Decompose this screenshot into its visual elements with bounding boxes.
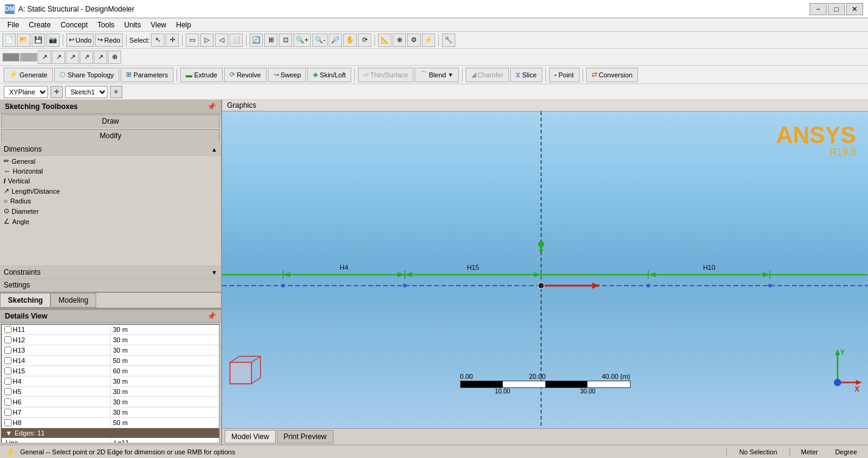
menu-item-units[interactable]: Units [119,19,145,30]
dim-length[interactable]: ↗ Length/Distance [0,186,221,196]
pan-button[interactable]: ✋ [343,33,357,47]
print-preview-tab[interactable]: Print Preview [277,430,334,443]
h14-checkbox[interactable] [4,357,12,364]
svg-marker-13 [405,272,412,277]
menu-item-concept[interactable]: Concept [55,19,93,30]
share-topology-button[interactable]: ⬡ Share Topology [54,68,119,82]
thin-surface-button[interactable]: ▱ Thin/Surface [358,68,413,82]
generate-button[interactable]: ⚡ Generate [4,68,53,82]
chamfer-button[interactable]: ◢ Chamfer [466,68,509,82]
plane-select[interactable]: XYPlane [4,86,48,98]
zoom-in-button[interactable]: 🔍+ [293,33,310,47]
tool4-button[interactable]: ⚡ [422,33,435,47]
h11-checkbox[interactable] [4,326,12,333]
sketch-select[interactable]: Sketch1 [65,86,108,98]
tool3-button[interactable]: ⚙ [407,33,421,47]
graphics-area: Graphics ANSYS R19.0 H4 [222,100,868,445]
modify-section[interactable]: Modify [1,129,220,143]
open-button[interactable]: 📂 [17,33,30,47]
conversion-button[interactable]: ⇄ Conversion [586,68,639,82]
menu-item-help[interactable]: Help [171,19,196,30]
sweep-button[interactable]: ↝ Sweep [268,68,307,82]
sketching-tab[interactable]: Sketching [0,293,51,308]
angle-icon: ∠ [4,217,10,225]
menu-item-tools[interactable]: Tools [93,19,119,30]
canvas[interactable]: ANSYS R19.0 H4 [222,111,868,428]
sketch-icon-button[interactable]: ≡ [110,86,122,98]
plane-icon-button[interactable]: ✛ [51,86,63,98]
dim-radius[interactable]: ○ Radius [0,196,221,206]
slice-button[interactable]: ⧖ Slice [510,68,542,82]
undo-button[interactable]: ↩Undo [66,33,94,47]
sketch-tool5[interactable]: ↗ [66,51,79,64]
ribbon-sep1 [177,68,177,82]
svg-point-24 [538,241,544,247]
tool2-button[interactable]: ⊕ [393,33,406,47]
new-button[interactable]: 📄 [2,33,16,47]
dimensions-scroll-up[interactable]: ▲ [211,146,217,153]
constraints-arrow[interactable]: ▼ [211,269,217,276]
zoom-fit-button[interactable]: ⊡ [279,33,292,47]
menu-item-file[interactable]: File [2,19,24,30]
tool1-button[interactable]: 📐 [378,33,391,47]
sketch-tool1[interactable] [2,53,19,62]
menu-item-view[interactable]: View [145,19,171,30]
extra-button[interactable]: 🔧 [442,33,455,47]
toolboxes-header: Sketching Toolboxes 📌 [0,100,221,114]
sketch-tool4[interactable]: ↗ [52,51,65,64]
minimize-button[interactable]: − [810,3,827,15]
modeling-tab[interactable]: Modeling [51,293,96,308]
screenshot-button[interactable]: 📷 [46,33,60,47]
zoom-out-button[interactable]: 🔍- [312,33,328,47]
sketch-tool8[interactable]: ⊕ [108,51,121,64]
grid-button[interactable]: ⊞ [264,33,278,47]
details-pin[interactable]: 📌 [207,312,216,320]
svg-line-41 [251,378,261,384]
h4-checkbox[interactable] [4,378,12,385]
contract-select-button[interactable]: ◁ [215,33,228,47]
save-button[interactable]: 💾 [32,33,45,47]
h7-checkbox[interactable] [4,409,12,416]
parameters-button[interactable]: ⊞ Parameters [121,68,173,82]
h5-checkbox[interactable] [4,388,12,395]
blend-button[interactable]: ⌒ Blend ▼ [415,68,458,82]
redo-button[interactable]: ↪Redo [95,33,122,47]
revolve-button[interactable]: ⟳ Revolve [224,68,267,82]
toolboxes-pin[interactable]: 📌 [207,102,216,111]
details-table[interactable]: H11 30 m H12 30 m H13 30 m H14 50 m H15 [1,324,220,443]
skin-loft-button[interactable]: ◈ Skin/Loft [307,68,351,82]
svg-point-29 [768,284,772,287]
h8-checkbox[interactable] [4,419,12,426]
extend-select-button[interactable]: ▷ [200,33,214,47]
close-button[interactable]: ✕ [846,3,863,15]
sketch-tool2[interactable] [20,53,37,62]
maximize-button[interactable]: □ [828,3,845,15]
sketch-tool7[interactable]: ↗ [94,51,107,64]
h6-checkbox[interactable] [4,398,12,406]
dim-diameter[interactable]: ⊙ Diameter [0,206,221,216]
draw-section[interactable]: Draw [1,114,220,128]
extrude-button[interactable]: ▬ Extrude [180,68,223,82]
h12-checkbox[interactable] [4,336,12,344]
svg-marker-7 [283,272,290,277]
sketch-tool6[interactable]: ↗ [80,51,93,64]
sketch-tool3[interactable]: ↗ [38,51,51,64]
select-arrow-button[interactable]: ↖ [151,33,164,47]
rect-button[interactable]: ⬜ [229,33,243,47]
box-select-button[interactable]: ▭ [186,33,199,47]
rotate-button[interactable]: ⟳ [358,33,371,47]
h15-checkbox[interactable] [4,367,12,375]
dim-horizontal[interactable]: ↔ Horizontal [0,166,221,176]
dim-general[interactable]: ✏ General [0,156,221,166]
menu-item-create[interactable]: Create [24,19,55,30]
point-button[interactable]: • Point [549,68,579,82]
refresh-button[interactable]: 🔄 [250,33,263,47]
titlebar: DM A: Static Structural - DesignModeler … [0,0,868,18]
dim-vertical[interactable]: I Vertical [0,176,221,186]
select-move-button[interactable]: ✛ [166,33,179,47]
model-view-tab[interactable]: Model View [225,430,276,443]
dim-angle[interactable]: ∠ Angle [0,216,221,227]
toolbar2: ↗ ↗ ↗ ↗ ↗ ⊕ [0,49,868,66]
zoom-box-button[interactable]: 🔎 [329,33,342,47]
h13-checkbox[interactable] [4,347,12,354]
